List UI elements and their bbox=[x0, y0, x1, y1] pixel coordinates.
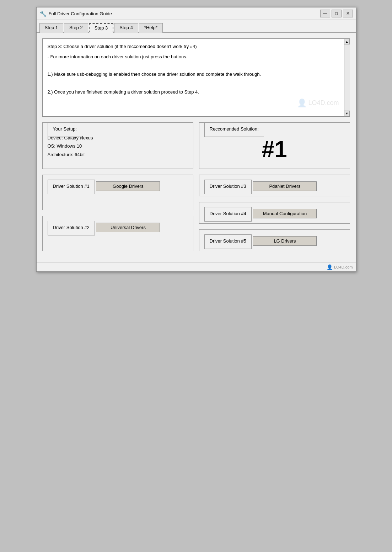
watermark: 👤 LO4D.com bbox=[297, 97, 339, 109]
left-driver-col: Driver Solution #1 Google Drivers Driver… bbox=[42, 175, 193, 251]
title-bar: 🔧 Full Driver Configuration Guide — □ ✕ bbox=[37, 7, 356, 20]
lg-drivers-button[interactable]: LG Drivers bbox=[253, 236, 317, 246]
instruction-line2: - For more information on each driver so… bbox=[48, 53, 345, 61]
pdanet-drivers-button[interactable]: PdaNet Drivers bbox=[253, 181, 317, 191]
scrollbar[interactable]: ▲ ▼ bbox=[344, 39, 350, 116]
tab-bar: Step 1 Step 2 Step 3 Step 4 *Help* bbox=[37, 20, 356, 33]
maximize-button[interactable]: □ bbox=[332, 10, 342, 17]
instruction-line3: 1.) Make sure usb-debugging is enabled t… bbox=[48, 71, 345, 78]
driver-solution-5-panel: Driver Solution #5 LG Drivers bbox=[199, 229, 350, 251]
close-button[interactable]: ✕ bbox=[343, 10, 353, 17]
google-drivers-button[interactable]: Google Drivers bbox=[96, 181, 160, 191]
ds1-label: Driver Solution #1 bbox=[48, 180, 95, 194]
universal-drivers-button[interactable]: Universal Drivers bbox=[96, 223, 160, 232]
scroll-up-arrow[interactable]: ▲ bbox=[344, 39, 350, 44]
main-window: 🔧 Full Driver Configuration Guide — □ ✕ … bbox=[36, 7, 356, 272]
window-title: Full Driver Configuration Guide bbox=[49, 11, 112, 16]
tab-step2[interactable]: Step 2 bbox=[64, 23, 88, 33]
ds2-label: Driver Solution #2 bbox=[48, 221, 95, 235]
arch-line: Architecture: 64bit bbox=[48, 150, 188, 159]
bottom-bar: 👤 LO4D.com bbox=[37, 262, 356, 271]
your-setup-panel: Your Setup: Device: Galaxy Nexus OS: Win… bbox=[42, 122, 193, 169]
ds4-label: Driver Solution #4 bbox=[204, 207, 252, 222]
right-driver-col: Driver Solution #3 PdaNet Drivers Driver… bbox=[199, 175, 350, 251]
tab-step1[interactable]: Step 1 bbox=[39, 23, 64, 33]
driver-solution-2-panel: Driver Solution #2 Universal Drivers bbox=[42, 216, 193, 251]
your-setup-label: Your Setup: bbox=[48, 122, 82, 137]
tab-step3[interactable]: Step 3 bbox=[89, 23, 114, 33]
setup-info: Device: Galaxy Nexus OS: Windows 10 Arch… bbox=[48, 134, 188, 159]
top-info-row: Your Setup: Device: Galaxy Nexus OS: Win… bbox=[42, 122, 350, 169]
ds5-label: Driver Solution #5 bbox=[204, 234, 252, 249]
app-icon: 🔧 bbox=[39, 10, 47, 17]
recommended-panel: Reccomended Solution: #1 bbox=[199, 122, 350, 169]
instructions-box: Step 3: Choose a driver solution (if the… bbox=[42, 38, 350, 117]
driver-solution-1-panel: Driver Solution #1 Google Drivers bbox=[42, 175, 193, 210]
tab-step4[interactable]: Step 4 bbox=[114, 23, 138, 33]
content-area: Step 3: Choose a driver solution (if the… bbox=[37, 33, 356, 262]
ds3-label: Driver Solution #3 bbox=[204, 180, 252, 194]
driver-solution-3-panel: Driver Solution #3 PdaNet Drivers bbox=[199, 175, 350, 196]
instruction-line4: 2.) Once you have finished completing a … bbox=[48, 89, 345, 96]
os-line: OS: Windows 10 bbox=[48, 142, 188, 150]
scroll-down-arrow[interactable]: ▼ bbox=[344, 111, 350, 116]
minimize-button[interactable]: — bbox=[320, 10, 330, 17]
bottom-icon: 👤 bbox=[327, 264, 333, 270]
bottom-watermark-text: LO4D.com bbox=[334, 265, 353, 269]
driver-solution-4-panel: Driver Solution #4 Manual Configuration bbox=[199, 202, 350, 224]
instruction-title: Step 3: Choose a driver solution (if the… bbox=[48, 43, 345, 51]
manual-config-button[interactable]: Manual Configuration bbox=[253, 209, 317, 218]
recommended-value: #1 bbox=[204, 135, 345, 164]
title-bar-left: 🔧 Full Driver Configuration Guide bbox=[39, 10, 112, 17]
tab-help[interactable]: *Help* bbox=[139, 23, 163, 33]
recommended-label: Reccomended Solution: bbox=[204, 122, 264, 137]
driver-solutions-row: Driver Solution #1 Google Drivers Driver… bbox=[42, 175, 350, 251]
title-bar-controls: — □ ✕ bbox=[320, 10, 353, 17]
